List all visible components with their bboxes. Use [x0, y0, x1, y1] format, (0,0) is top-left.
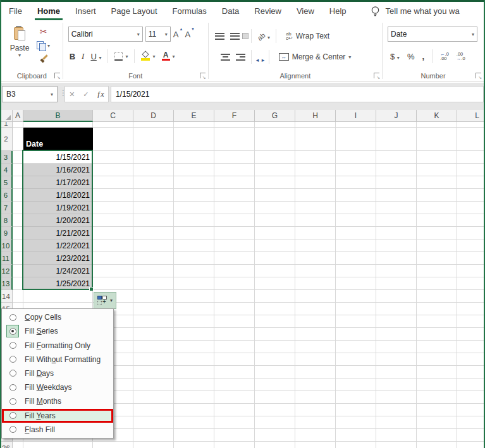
cell-K4[interactable] — [417, 164, 457, 176]
cell-H14[interactable] — [295, 290, 336, 303]
cell-I13[interactable] — [336, 277, 376, 290]
cell-E6[interactable] — [174, 189, 214, 202]
cell-K16[interactable] — [417, 315, 457, 328]
comma-style-button[interactable]: , — [422, 52, 424, 61]
cell-E12[interactable] — [174, 265, 214, 277]
cell-F13[interactable] — [214, 277, 255, 290]
cell-I5[interactable] — [336, 176, 376, 189]
cell-E21[interactable] — [174, 378, 214, 391]
cell-F4[interactable] — [214, 164, 255, 176]
cell-B2[interactable]: Date — [23, 128, 93, 151]
cell-G4[interactable] — [255, 164, 295, 176]
radio-button-copy-cells[interactable] — [9, 314, 16, 321]
radio-button-fill-weekdays[interactable] — [9, 384, 16, 391]
cell-H9[interactable] — [295, 227, 336, 239]
align-right-button[interactable] — [236, 54, 245, 61]
cell-F9[interactable] — [214, 227, 255, 239]
cell-J17[interactable] — [376, 328, 417, 341]
cell-D3[interactable] — [133, 151, 174, 164]
cell-J18[interactable] — [376, 341, 417, 353]
cell-L5[interactable] — [457, 176, 485, 189]
cell-C4[interactable] — [93, 164, 133, 176]
cell-K1[interactable] — [417, 122, 457, 128]
radio-button-fill-months[interactable] — [9, 398, 16, 405]
cell-J16[interactable] — [376, 315, 417, 328]
cell-L9[interactable] — [457, 227, 485, 239]
row-header-7[interactable]: 7 — [0, 202, 13, 214]
cell-F12[interactable] — [214, 265, 255, 277]
cell-G18[interactable] — [255, 341, 295, 353]
row-header-6[interactable]: 6 — [0, 189, 13, 202]
cell-H26[interactable] — [295, 442, 336, 448]
orientation-button[interactable]: ab▾ — [257, 30, 270, 42]
cell-D10[interactable] — [133, 239, 174, 252]
cell-K20[interactable] — [417, 366, 457, 378]
cell-I14[interactable] — [336, 290, 376, 303]
column-header-b[interactable]: B — [23, 110, 93, 122]
cell-J4[interactable] — [376, 164, 417, 176]
cell-L3[interactable] — [457, 151, 485, 164]
cell-D21[interactable] — [133, 378, 174, 391]
name-box[interactable]: B3 ▾ — [2, 86, 58, 102]
cell-H1[interactable] — [295, 122, 336, 128]
cell-K26[interactable] — [417, 442, 457, 448]
number-format-combo[interactable]: Date▾ — [388, 27, 477, 42]
cell-F2[interactable] — [214, 128, 255, 151]
cell-H3[interactable] — [295, 151, 336, 164]
cell-C8[interactable] — [93, 214, 133, 227]
row-header-14[interactable]: 14 — [0, 290, 13, 303]
cell-K12[interactable] — [417, 265, 457, 277]
fill-handle[interactable] — [89, 287, 94, 291]
cell-I12[interactable] — [336, 265, 376, 277]
cell-C2[interactable] — [93, 128, 133, 151]
cell-C10[interactable] — [93, 239, 133, 252]
cell-A7[interactable] — [13, 202, 23, 214]
cell-L20[interactable] — [457, 366, 485, 378]
cell-A12[interactable] — [13, 265, 23, 277]
cell-D23[interactable] — [133, 404, 174, 416]
fill-menu-item-fill-years[interactable]: Fill Years — [2, 409, 113, 423]
underline-button[interactable]: U ▾ — [90, 52, 101, 61]
cell-K23[interactable] — [417, 404, 457, 416]
cell-H21[interactable] — [295, 378, 336, 391]
cell-D18[interactable] — [133, 341, 174, 353]
cell-H22[interactable] — [295, 391, 336, 404]
italic-button[interactable]: I — [82, 51, 84, 61]
cell-J12[interactable] — [376, 265, 417, 277]
cell-C13[interactable] — [93, 277, 133, 290]
cell-K25[interactable] — [417, 429, 457, 442]
font-color-button[interactable]: A▾ — [162, 52, 175, 61]
cell-I21[interactable] — [336, 378, 376, 391]
cell-F26[interactable] — [214, 442, 255, 448]
ribbon-tab-review[interactable]: Review — [247, 2, 289, 20]
cell-E14[interactable] — [174, 290, 214, 303]
cell-C26[interactable] — [93, 442, 133, 448]
fill-menu-item-fill-without-formatting[interactable]: Fill Without Formatting — [2, 353, 113, 366]
cell-I2[interactable] — [336, 128, 376, 151]
cell-B4[interactable]: 1/16/2021 — [23, 164, 93, 176]
column-header-e[interactable]: E — [174, 110, 214, 122]
font-dialog-launcher-icon[interactable] — [200, 73, 206, 78]
cell-G8[interactable] — [255, 214, 295, 227]
cell-F25[interactable] — [214, 429, 255, 442]
cell-J6[interactable] — [376, 189, 417, 202]
cell-I17[interactable] — [336, 328, 376, 341]
cell-A1[interactable] — [13, 122, 23, 128]
cell-E8[interactable] — [174, 214, 214, 227]
cell-K13[interactable] — [417, 277, 457, 290]
merge-center-button[interactable]: ↔ Merge & Center ▾ — [279, 52, 352, 61]
cell-K7[interactable] — [417, 202, 457, 214]
cell-A2[interactable] — [13, 128, 23, 151]
cell-D12[interactable] — [133, 265, 174, 277]
cell-E10[interactable] — [174, 239, 214, 252]
cell-D11[interactable] — [133, 252, 174, 265]
cell-I16[interactable] — [336, 315, 376, 328]
cell-D6[interactable] — [133, 189, 174, 202]
column-header-g[interactable]: G — [255, 110, 295, 122]
row-header-26[interactable]: 26 — [0, 442, 13, 448]
cell-G2[interactable] — [255, 128, 295, 151]
cell-L24[interactable] — [457, 416, 485, 429]
cell-L22[interactable] — [457, 391, 485, 404]
row-header-4[interactable]: 4 — [0, 164, 13, 176]
cell-I10[interactable] — [336, 239, 376, 252]
